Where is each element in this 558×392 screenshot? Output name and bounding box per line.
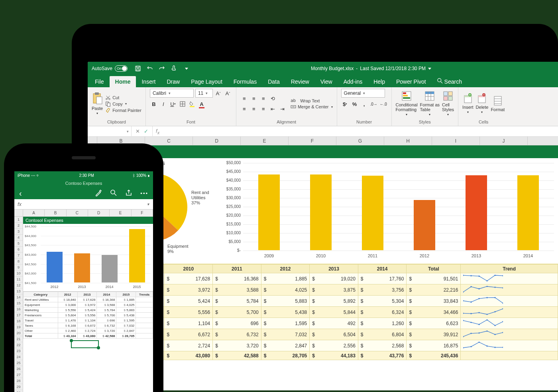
- title-bar: AutoSave On Monthly Budget.xlsx-Last Sav…: [88, 62, 558, 75]
- bar[interactable]: [310, 174, 332, 250]
- col-D[interactable]: D: [193, 137, 241, 145]
- cancel-formula-icon[interactable]: ✕: [136, 128, 140, 134]
- cut-button[interactable]: Cut: [105, 95, 141, 100]
- phone-expense-table[interactable]: Category2012201320142015Trends Rent and …: [23, 292, 153, 339]
- name-box[interactable]: ▾: [88, 126, 132, 136]
- svg-point-45: [487, 297, 488, 298]
- bar[interactable]: [258, 174, 280, 250]
- search-icon[interactable]: [110, 189, 117, 198]
- undo-icon[interactable]: [147, 65, 153, 72]
- bar[interactable]: [466, 175, 487, 250]
- tab-data[interactable]: Data: [262, 76, 285, 87]
- more-icon[interactable]: •••: [140, 190, 148, 196]
- phone-column-headers[interactable]: ABCDEF: [14, 210, 153, 217]
- phone-formula-bar[interactable]: fx▾: [14, 199, 153, 210]
- align-bottom-icon[interactable]: ≡: [259, 95, 267, 103]
- col-G[interactable]: G: [336, 137, 384, 145]
- align-left-icon[interactable]: ≡: [240, 105, 248, 113]
- tab-formulas[interactable]: Formulas: [228, 76, 262, 87]
- decrease-decimal-icon[interactable]: ←.0: [379, 100, 387, 108]
- svg-point-52: [495, 311, 496, 312]
- font-name-select[interactable]: Calibri▾: [150, 89, 194, 98]
- col-E[interactable]: E: [241, 137, 289, 145]
- format-painter-button[interactable]: Format Painter: [105, 108, 141, 113]
- tab-help[interactable]: Help: [368, 76, 391, 87]
- bar[interactable]: [517, 175, 539, 250]
- share-icon[interactable]: [125, 189, 132, 198]
- decrease-font-icon[interactable]: A˅: [224, 89, 232, 97]
- tab-page-layout[interactable]: Page Layout: [185, 76, 228, 87]
- indent-decrease-icon[interactable]: ⇤: [269, 105, 277, 113]
- align-center-icon[interactable]: ≡: [250, 105, 258, 113]
- paste-button[interactable]: Paste▾: [92, 92, 103, 116]
- bar-chart[interactable]: $-$5,000$10,000$15,000$20,000$25,000$30,…: [215, 158, 558, 264]
- redo-icon[interactable]: [159, 65, 165, 72]
- x-tick-label: 2011: [368, 253, 377, 258]
- back-icon[interactable]: ‹: [19, 189, 22, 198]
- phone-row-headers[interactable]: 1234567891011121314151617181920212223242…: [14, 217, 23, 392]
- phone-bar-chart[interactable]: $41,500$42,000$42,500$43,000$43,500$44,0…: [23, 224, 153, 292]
- conditional-formatting-icon: [401, 91, 412, 101]
- align-right-icon[interactable]: ≡: [259, 105, 267, 113]
- font-color-button[interactable]: A: [198, 100, 206, 108]
- increase-decimal-icon[interactable]: .0→: [370, 100, 378, 108]
- save-icon[interactable]: [135, 65, 141, 72]
- autosave-toggle[interactable]: AutoSave On: [92, 65, 128, 72]
- qat-more-icon[interactable]: [185, 68, 188, 70]
- currency-button[interactable]: $▾: [341, 100, 349, 108]
- group-label: Font: [187, 119, 195, 125]
- align-middle-icon[interactable]: ≡: [250, 95, 258, 103]
- svg-point-32: [479, 276, 480, 277]
- italic-button[interactable]: I: [159, 100, 167, 108]
- conditional-formatting-button[interactable]: ConditionalFormatting▾: [396, 91, 418, 117]
- number-format-select[interactable]: General▾: [341, 89, 385, 98]
- col-I[interactable]: I: [432, 137, 480, 145]
- col-F[interactable]: F: [289, 137, 336, 145]
- copy-button[interactable]: Copy▾: [105, 101, 141, 107]
- tab-review[interactable]: Review: [285, 76, 315, 87]
- tab-power-pivot[interactable]: Power Pivot: [391, 76, 432, 87]
- wrap-text-button[interactable]: ab Wrap Text: [291, 98, 333, 103]
- accept-formula-icon[interactable]: ✓: [144, 128, 148, 134]
- increase-font-icon[interactable]: A˄: [214, 89, 222, 97]
- delete-cells-button[interactable]: Delete▾: [476, 93, 489, 115]
- col-H[interactable]: H: [384, 137, 432, 145]
- svg-point-54: [463, 320, 464, 321]
- bold-button[interactable]: B: [150, 100, 158, 108]
- merge-icon: [291, 104, 296, 110]
- bar[interactable]: [362, 176, 383, 250]
- tab-add-ins[interactable]: Add-ins: [338, 76, 368, 87]
- svg-point-42: [463, 300, 464, 301]
- merge-center-button[interactable]: Merge & Center▾: [291, 104, 333, 110]
- toggle-switch[interactable]: On: [115, 65, 128, 72]
- touch-icon[interactable]: [171, 65, 177, 72]
- tab-draw[interactable]: Draw: [161, 76, 185, 87]
- insert-cells-button[interactable]: Insert▾: [462, 93, 474, 115]
- border-button[interactable]: [179, 100, 187, 108]
- fill-color-button[interactable]: [188, 100, 196, 108]
- draw-icon[interactable]: [95, 189, 102, 198]
- percent-button[interactable]: %: [351, 100, 359, 108]
- title-dropdown-icon[interactable]: [428, 68, 431, 70]
- font-size-select[interactable]: 11▾: [195, 89, 213, 98]
- format-cells-button[interactable]: Format: [491, 96, 505, 112]
- cell-styles-button[interactable]: CellStyles▾: [442, 91, 454, 117]
- phone-cell-selection[interactable]: [71, 340, 99, 348]
- col-J[interactable]: J: [480, 137, 528, 145]
- search-box[interactable]: Search: [432, 76, 468, 87]
- svg-point-66: [463, 347, 464, 348]
- align-top-icon[interactable]: ≡: [240, 95, 248, 103]
- tab-home[interactable]: Home: [110, 76, 136, 87]
- tab-insert[interactable]: Insert: [136, 76, 161, 87]
- y-tick-label: $15,000: [218, 222, 241, 226]
- underline-button[interactable]: U▾: [169, 100, 177, 108]
- svg-point-30: [463, 275, 464, 276]
- format-as-table-button[interactable]: Format asTable▾: [420, 91, 440, 117]
- formula-input[interactable]: [163, 126, 558, 136]
- orientation-icon[interactable]: ⟲: [269, 95, 277, 103]
- comma-button[interactable]: ,: [360, 100, 368, 108]
- bar[interactable]: [414, 200, 435, 250]
- indent-increase-icon[interactable]: ⇥: [279, 105, 287, 113]
- tab-view[interactable]: View: [315, 76, 338, 87]
- tab-file[interactable]: File: [89, 76, 110, 87]
